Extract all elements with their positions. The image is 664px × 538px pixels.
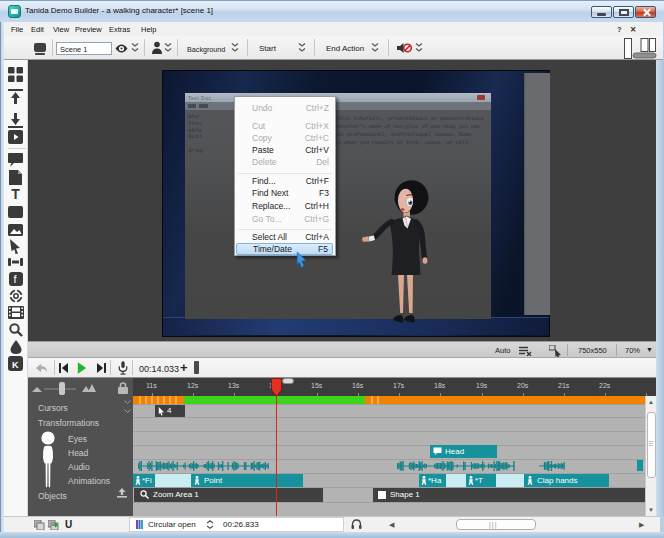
svg-text:K: K [12,360,19,370]
